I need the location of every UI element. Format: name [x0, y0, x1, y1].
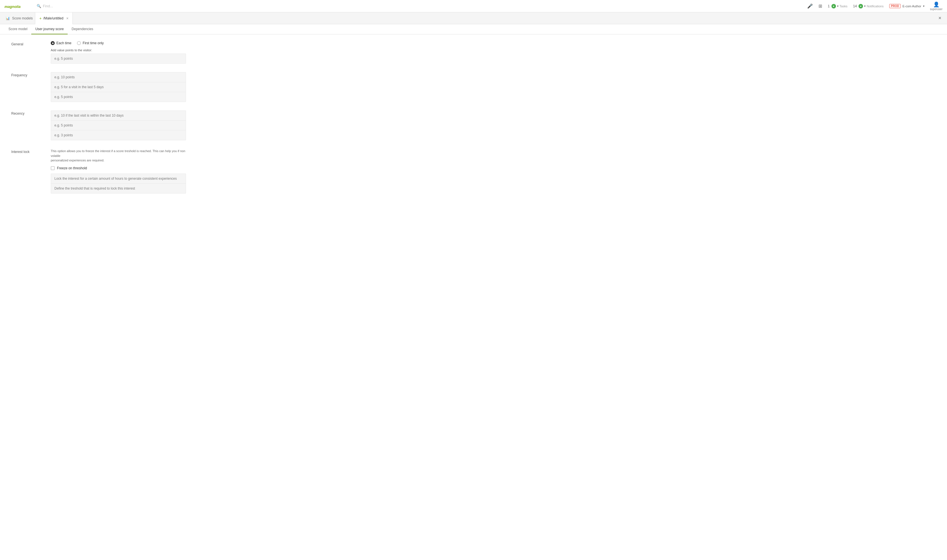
env-group[interactable]: PROD E-com Author ▾: [889, 4, 924, 8]
each-time-label: Each time: [56, 41, 71, 45]
tab-dependencies-label: Dependencies: [72, 27, 93, 31]
recency-field-1[interactable]: [51, 111, 186, 120]
close-icon: ×: [938, 15, 941, 21]
notifications-badge: ●: [859, 4, 863, 8]
general-value-input[interactable]: [51, 54, 186, 63]
recency-content: [51, 111, 186, 141]
env-dropdown-icon: ▾: [923, 5, 924, 8]
each-time-radio[interactable]: [51, 41, 55, 45]
frequency-content: [51, 72, 186, 103]
interest-lock-label: Interest lock: [11, 149, 40, 194]
search-bar[interactable]: 🔍 Find...: [37, 4, 121, 8]
svg-text:magnolia: magnolia: [5, 5, 21, 9]
freeze-checkbox[interactable]: [51, 166, 55, 170]
interest-lock-description: This option allows you to freeze the int…: [51, 149, 186, 163]
general-label: General: [11, 41, 40, 64]
notifications-count: 14: [853, 4, 857, 8]
description-line-1: This option allows you to freeze the int…: [51, 149, 185, 157]
recency-section: Recency: [11, 111, 936, 141]
description-line-2: personalized experiences are required.: [51, 158, 104, 162]
add-value-label: Add value points to the visitor:: [51, 48, 186, 52]
top-navbar: magnolia 🔍 Find... 🎤 ⊞ 1 ● ▾ Tasks 14 ● …: [0, 0, 947, 12]
search-placeholder: Find...: [43, 4, 53, 8]
magnolia-logo: magnolia: [5, 2, 30, 10]
main-content: General Each time First time only Add va…: [0, 34, 947, 560]
user-menu[interactable]: 👤 superuser: [930, 2, 942, 11]
user-label: superuser: [930, 8, 942, 11]
inner-tab-bar: Score model User journey score Dependenc…: [0, 24, 947, 34]
logo[interactable]: magnolia: [5, 2, 30, 10]
tasks-count: 1: [828, 4, 830, 8]
navbar-right: 🎤 ⊞ 1 ● ▾ Tasks 14 ● ▾ Notifications PRO…: [807, 2, 942, 11]
interest-lock-section: Interest lock This option allows you to …: [11, 149, 936, 194]
define-threshold-input[interactable]: [51, 184, 186, 193]
tab-score-model-label: Score model: [8, 27, 27, 31]
first-time-radio[interactable]: [77, 41, 81, 45]
panel-close-button[interactable]: ×: [936, 15, 944, 21]
score-models-label: Score models: [12, 16, 33, 20]
user-icon: 👤: [933, 2, 939, 8]
first-time-option[interactable]: First time only: [77, 41, 104, 45]
score-models-icon: 📊: [6, 16, 10, 20]
grid-icon[interactable]: ⊞: [818, 3, 822, 9]
tab-path: /Male/untitled: [43, 16, 63, 20]
recency-label: Recency: [11, 111, 40, 141]
notifications-dropdown-icon: ▾: [864, 5, 865, 8]
env-author: E-com Author: [902, 5, 921, 8]
tasks-badge: ●: [832, 4, 836, 8]
tasks-group[interactable]: 1 ● ▾ Tasks: [828, 4, 847, 8]
freeze-checkbox-option[interactable]: Freeze on threshold: [51, 166, 186, 170]
each-time-option[interactable]: Each time: [51, 41, 71, 45]
subnav: 📊 Score models + /Male/untitled × ×: [0, 12, 947, 24]
notifications-label: Notifications: [867, 5, 884, 8]
env-badge: PROD: [889, 4, 901, 8]
frequency-label: Frequency: [11, 72, 40, 103]
general-section: General Each time First time only Add va…: [11, 41, 936, 64]
tab-user-journey-score-label: User journey score: [35, 27, 64, 31]
tab-dependencies[interactable]: Dependencies: [68, 24, 97, 34]
frequency-radio-group: Each time First time only: [51, 41, 186, 45]
tab-score-model[interactable]: Score model: [5, 24, 31, 34]
frequency-section: Frequency: [11, 72, 936, 103]
notifications-group[interactable]: 14 ● ▾ Notifications: [853, 4, 884, 8]
tasks-label: Tasks: [839, 5, 847, 8]
recency-input-group: [51, 111, 186, 140]
active-tab[interactable]: + /Male/untitled ×: [35, 12, 73, 24]
search-icon: 🔍: [37, 4, 41, 8]
first-time-label: First time only: [83, 41, 104, 45]
score-models-nav[interactable]: 📊 Score models: [3, 16, 35, 20]
frequency-field-3[interactable]: [51, 92, 186, 102]
recency-field-2[interactable]: [51, 120, 186, 131]
tab-user-journey-score[interactable]: User journey score: [31, 24, 68, 34]
general-input-group: [51, 54, 186, 64]
tasks-dropdown-icon: ▾: [837, 5, 839, 8]
frequency-field-1[interactable]: [51, 72, 186, 82]
frequency-field-2[interactable]: [51, 82, 186, 92]
frequency-input-group: [51, 72, 186, 102]
recency-field-3[interactable]: [51, 131, 186, 140]
interest-lock-input-group: [51, 174, 186, 194]
tab-plus-icon: +: [39, 16, 42, 20]
tab-close-icon[interactable]: ×: [66, 16, 68, 20]
lock-hours-input[interactable]: [51, 174, 186, 184]
mic-icon[interactable]: 🎤: [807, 3, 813, 9]
general-content: Each time First time only Add value poin…: [51, 41, 186, 64]
freeze-checkbox-label: Freeze on threshold: [57, 166, 87, 170]
interest-lock-content: This option allows you to freeze the int…: [51, 149, 186, 194]
